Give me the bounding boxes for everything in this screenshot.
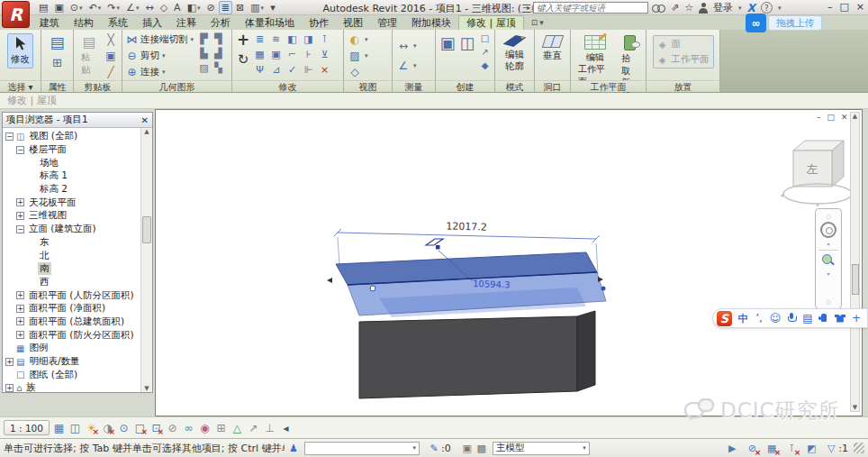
window-resize-grip[interactable] [854,443,864,453]
modify-tool-button[interactable]: 修改 [7,33,33,69]
project-browser-close-icon[interactable]: ✕ [141,115,149,125]
section-icon[interactable]: ⊘ [204,1,218,14]
tree-item-面积平面 (净面积)[interactable]: +面积平面 (净面积) [3,302,140,315]
roof-grip-circle[interactable] [370,286,375,291]
copy-clipboard-icon[interactable]: ▣ [104,49,118,63]
keyboard-icon[interactable]: ▤ [801,311,814,325]
selected-roof[interactable]: 10594.3 [327,252,606,317]
chinese-mode-icon[interactable]: 中 [737,311,749,325]
tab-5-注释[interactable]: 注释 [169,15,203,30]
zoom-tool-icon[interactable] [821,253,836,268]
viewcube[interactable]: 左 [781,136,856,208]
paint-icon[interactable]: ▨ [197,61,211,75]
tree-toggle-plus-icon[interactable]: + [5,358,14,366]
create-group-icon[interactable]: ▣ [439,32,456,52]
delete-icon[interactable]: × [318,63,331,77]
dimension-text[interactable]: 12017.2 [446,220,487,233]
worksets-icon[interactable]: ♟ [286,441,301,455]
temporary-hide-isolate-icon[interactable]: ∞ [181,420,196,435]
customize-qat-icon[interactable]: ▾ [267,1,278,14]
help-search-input[interactable] [533,2,648,14]
voice-icon[interactable] [785,312,798,325]
tree-item-三维视图[interactable]: +三维视图 [3,209,140,223]
demolish-icon[interactable]: ▚ [212,61,225,75]
tree-item-明细表/数量[interactable]: +▤明细表/数量 [3,355,140,369]
tree-item-立面 (建筑立面)[interactable]: −立面 (建筑立面) [3,223,140,236]
apply-coping-icon[interactable]: ▛ [197,32,211,46]
panel-label-select[interactable]: 选择 ▾ [0,80,41,92]
crop-view-icon[interactable]: □× [132,420,148,435]
press-drag-icon[interactable]: ▶ [725,441,739,455]
select-links-icon[interactable]: ⊘× [745,441,759,455]
temporary-view-properties-icon[interactable]: ⊞ [213,420,229,435]
scroll-down-icon[interactable]: ▼ [144,385,149,392]
cut-geometry-icon[interactable]: ▙ [197,47,211,60]
canvas-scroll-thumb[interactable] [852,264,859,295]
join-geometry-button[interactable]: ⊕连接▾ [126,65,194,79]
tab-4-插入[interactable]: 插入 [135,15,169,30]
visual-style-icon[interactable]: ◫ [68,420,83,435]
cope-button[interactable]: ⋈连接端切割▾ [126,32,194,47]
create-assembly-icon[interactable]: □ [479,32,491,44]
tree-item-标高 1[interactable]: 标高 1 [3,169,140,183]
measure-icon[interactable]: ∠▾ [123,1,141,14]
worksets-dropdown[interactable]: ▾ [304,442,420,455]
tab-10-管理[interactable]: 管理 [370,15,404,30]
mirror-pick-axis-icon[interactable]: ◧ [285,32,299,46]
sync-with-central-icon[interactable]: ⊙▾ [68,1,86,14]
search-binoculars-icon[interactable] [652,3,665,13]
tree-toggle-plus-icon[interactable]: + [16,317,24,325]
select-by-face-icon[interactable]: ◩ [804,441,818,455]
tree-item-面积平面 (防火分区面积)[interactable]: +面积平面 (防火分区面积) [3,328,140,342]
trim-corner-icon[interactable]: ⌐ [285,48,299,61]
sun-path-icon[interactable]: ☀× [84,420,99,435]
favorites-star-icon[interactable]: ☆ [684,2,693,14]
steering-wheel-icon[interactable] [820,222,836,238]
subscription-icon[interactable]: ⇗ [671,2,679,14]
shadows-icon[interactable]: ◑× [100,420,115,435]
tree-item-图纸 (全部)[interactable]: □图纸 (全部) [3,368,140,381]
analytical-model-icon[interactable]: △ [230,420,245,435]
signin-dropdown-icon[interactable]: ▾ [738,5,742,12]
design-options-icon[interactable]: ▣ [460,441,475,455]
scroll-up-icon[interactable]: ▲ [144,128,149,135]
tree-item-面积平面 (总建筑面积)[interactable]: +面积平面 (总建筑面积) [3,315,140,329]
close-button[interactable]: × [856,1,864,13]
collapse-arrow-icon[interactable]: ◂ [278,420,294,435]
show-crop-region-icon[interactable]: ⊡× [149,420,164,435]
detail-level-icon[interactable]: ▦ [51,420,67,435]
emoji-icon[interactable]: ☺ [769,311,782,325]
signin-user-icon[interactable] [699,3,708,14]
view-close-icon[interactable]: ✕ [841,113,848,122]
paste-button[interactable]: ▤ 粘贴 [77,32,101,79]
roof-grip-dot[interactable] [601,287,606,291]
canvas-scroll-down-icon[interactable]: ▼ [853,404,857,411]
flip-arrow-right-icon[interactable] [598,277,603,282]
place-on-face-option[interactable]: ◈面 [657,38,710,50]
tree-item-东[interactable]: 东 [3,236,140,250]
sogou-logo-icon[interactable]: S [717,311,732,326]
unlocked-3d-view-icon[interactable]: ⊘ [165,420,180,435]
thin-lines-icon[interactable]: ≣ [219,1,232,14]
select-pinned-icon[interactable]: ⊺× [784,441,799,455]
tree-item-西[interactable]: 西 [3,276,140,289]
share-upload-icon[interactable]: ∞ [746,14,766,32]
design-option-dropdown[interactable]: 主模型▾ [493,442,590,455]
open-icon[interactable]: ▤ [36,1,50,14]
tab-11-附加模块[interactable]: 附加模块 [404,15,458,30]
canvas-vertical-scrollbar[interactable]: ▲ ▼ [850,112,860,412]
trim-multiple-icon[interactable]: ⊩ [302,63,315,77]
handwriting-icon[interactable] [818,312,830,325]
tree-item-南[interactable]: 南 [3,262,140,276]
rotate-icon[interactable]: ↻ [236,52,250,67]
tree-toggle-plus-icon[interactable]: + [16,305,24,313]
canvas-scroll-up-icon[interactable]: ▲ [853,113,857,120]
unpin-icon[interactable]: ⊻ [318,48,331,61]
create-similar-icon[interactable]: ◫ [459,32,475,52]
rendering-dialog-icon[interactable]: ⊙ [116,420,131,435]
save-icon[interactable]: ▣ [51,1,66,14]
reveal-hidden-elements-icon[interactable]: ◉ [197,420,212,435]
trim-single-icon[interactable]: ⊦ [302,48,315,61]
wheel-dropdown-icon[interactable]: ▾ [827,241,829,247]
tree-toggle-plus-icon[interactable]: + [5,384,14,392]
